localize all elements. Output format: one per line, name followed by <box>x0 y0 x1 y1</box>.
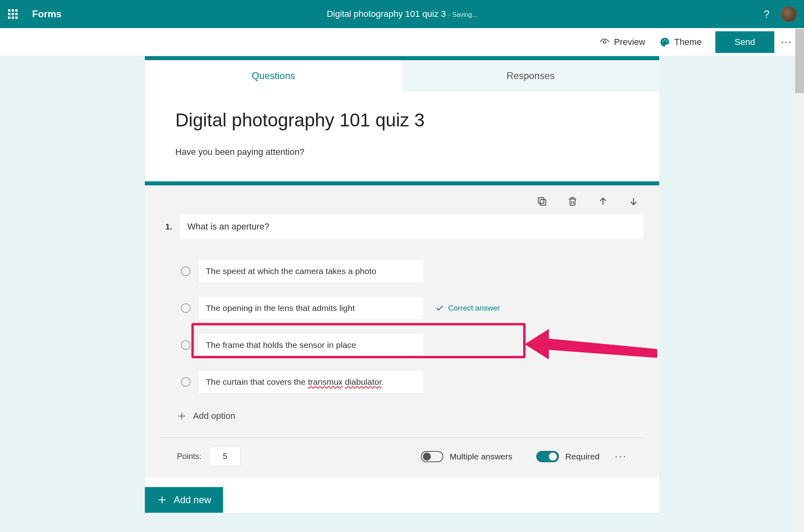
option-input[interactable]: The curtain that covers the transmux dia… <box>199 371 423 393</box>
tab-responses[interactable]: Responses <box>402 60 659 91</box>
svg-point-3 <box>666 41 668 42</box>
option-radio[interactable] <box>181 340 191 350</box>
points-label: Points: <box>177 452 201 461</box>
svg-rect-4 <box>540 199 546 205</box>
move-down-icon[interactable] <box>628 196 639 207</box>
add-option-button[interactable]: Add option <box>177 408 643 433</box>
theme-button[interactable]: Theme <box>654 35 707 49</box>
scrollbar-thumb[interactable] <box>795 29 804 93</box>
option-row-1: The speed at which the camera takes a ph… <box>179 260 643 282</box>
scrollbar[interactable] <box>795 29 804 532</box>
multiple-answers-label: Multiple answers <box>450 452 512 461</box>
check-icon <box>435 304 444 313</box>
option-radio[interactable] <box>181 377 191 387</box>
plus-icon <box>157 495 167 505</box>
theme-icon <box>660 37 670 47</box>
multiple-answers-toggle[interactable]: Multiple answers <box>421 451 512 462</box>
send-button[interactable]: Send <box>715 31 774 53</box>
theme-label: Theme <box>674 37 701 47</box>
help-icon[interactable]: ? <box>764 8 769 20</box>
option-input[interactable]: The speed at which the camera takes a ph… <box>199 260 423 282</box>
tab-questions[interactable]: Questions <box>145 60 402 91</box>
option-row-2: The opening in the lens that admits ligh… <box>179 297 643 319</box>
svg-rect-5 <box>538 198 544 203</box>
option-row-4: The curtain that covers the transmux dia… <box>179 371 643 393</box>
question-toolbar <box>161 193 643 214</box>
document-title-text: Digital photography 101 quiz 3 <box>327 9 446 19</box>
preview-button[interactable]: Preview <box>594 35 651 49</box>
eye-icon <box>599 37 610 47</box>
svg-point-0 <box>603 41 606 43</box>
option-radio[interactable] <box>181 303 191 313</box>
top-bar: Forms Digital photography 101 quiz 3 - S… <box>0 0 804 28</box>
more-icon[interactable]: ··· <box>778 36 795 48</box>
plus-icon <box>177 411 187 421</box>
action-toolbar: Preview Theme Send ··· <box>0 28 804 56</box>
required-toggle[interactable]: Required <box>536 451 599 462</box>
points-input[interactable]: 5 <box>209 447 241 466</box>
trash-icon[interactable] <box>567 196 578 207</box>
option-row-3: The frame that holds the sensor in place <box>179 334 643 356</box>
spelling-error: diabulator <box>345 377 382 386</box>
copy-icon[interactable] <box>536 196 548 207</box>
preview-label: Preview <box>614 37 645 47</box>
question-text-input[interactable]: What is an aperture? <box>180 214 643 239</box>
question-footer: Points: 5 Multiple answers Required ··· <box>161 437 643 477</box>
document-title[interactable]: Digital photography 101 quiz 3 - Saving.… <box>327 9 477 19</box>
svg-point-2 <box>664 39 666 40</box>
option-radio[interactable] <box>181 266 191 276</box>
option-input[interactable]: The frame that holds the sensor in place <box>199 334 423 356</box>
saving-status: - Saving... <box>449 11 477 18</box>
question-more-icon[interactable]: ··· <box>615 450 627 463</box>
form-card: Questions Responses Digital photography … <box>145 56 659 513</box>
add-option-label: Add option <box>193 411 235 421</box>
avatar[interactable] <box>781 6 797 22</box>
option-text: . <box>382 377 384 386</box>
app-launcher-icon[interactable] <box>7 8 18 20</box>
correct-answer-label: Correct answer <box>448 304 500 313</box>
tabs: Questions Responses <box>145 60 659 91</box>
add-new-label: Add new <box>174 494 211 506</box>
question-card: 1. What is an aperture? The speed at whi… <box>145 181 659 477</box>
svg-point-1 <box>662 41 664 42</box>
correct-answer-badge: Correct answer <box>435 304 500 313</box>
form-description[interactable]: Have you been paying attention? <box>175 147 629 157</box>
app-name[interactable]: Forms <box>32 8 61 20</box>
spelling-error: transmux <box>308 377 342 386</box>
add-new-button[interactable]: Add new <box>145 487 223 513</box>
question-number: 1. <box>161 222 172 231</box>
required-label: Required <box>565 452 599 461</box>
move-up-icon[interactable] <box>597 196 609 207</box>
option-input[interactable]: The opening in the lens that admits ligh… <box>199 297 423 319</box>
option-text: The curtain that covers the <box>206 377 308 386</box>
form-title[interactable]: Digital photography 101 quiz 3 <box>175 109 629 131</box>
